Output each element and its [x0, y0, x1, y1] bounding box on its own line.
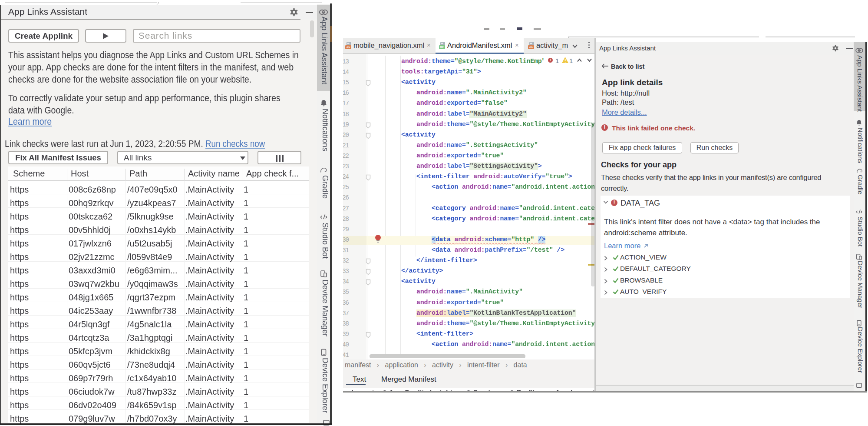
svg-text:<>: <> — [529, 46, 533, 49]
svg-text:MF: MF — [440, 46, 444, 49]
